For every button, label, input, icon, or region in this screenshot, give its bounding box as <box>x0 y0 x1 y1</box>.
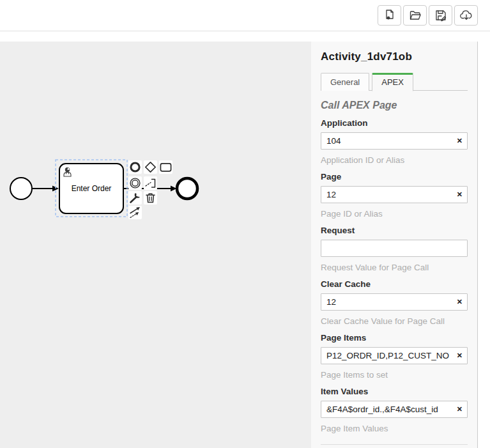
application-helper: Application ID or Alias <box>321 155 468 165</box>
page-input[interactable] <box>321 186 468 203</box>
top-toolbar-bar <box>0 0 490 31</box>
request-label: Request <box>321 226 468 235</box>
clear-icon[interactable]: ✕ <box>457 405 463 413</box>
field-page: Page ✕ Page ID or Alias <box>321 172 468 219</box>
end-event[interactable] <box>177 178 197 199</box>
request-input[interactable] <box>321 240 468 257</box>
context-pad <box>128 160 172 219</box>
panel-title: Activity_1dv71ob <box>321 42 468 63</box>
section-title: Call APEX Page <box>321 100 468 111</box>
new-diagram-button[interactable] <box>378 5 401 26</box>
field-clear-cache: Clear Cache ✕ Clear Cache Value for Page… <box>321 279 468 326</box>
clear-icon[interactable]: ✕ <box>457 351 463 360</box>
context-pad-connect-icon[interactable] <box>128 206 142 219</box>
context-pad-append-end-event-icon[interactable] <box>128 160 142 174</box>
save-edit-icon <box>434 8 448 22</box>
page-helper: Page ID or Alias <box>321 209 468 219</box>
field-request: Request Request Value for Page Call <box>321 226 468 272</box>
save-diagram-button[interactable] <box>429 5 452 26</box>
user-task[interactable]: Enter Order <box>59 164 123 213</box>
start-event[interactable] <box>10 178 32 199</box>
bpmn-canvas[interactable]: Enter Order <box>0 42 311 448</box>
page-items-label: Page Items <box>321 333 468 343</box>
tab-apex[interactable]: APEX <box>372 73 413 91</box>
page-label: Page <box>321 172 468 182</box>
clear-icon[interactable]: ✕ <box>457 297 463 306</box>
context-pad-append-intermediate-event-icon[interactable] <box>128 176 142 190</box>
panel-tabs: General APEX <box>321 73 468 91</box>
page-items-helper: Page Items to set <box>321 370 468 380</box>
tab-general[interactable]: General <box>321 73 369 91</box>
panel-divider <box>321 444 468 445</box>
application-label: Application <box>321 118 468 128</box>
folder-open-icon <box>408 8 422 22</box>
item-values-label: Item Values <box>321 387 468 396</box>
task-label: Enter Order <box>72 184 112 193</box>
cloud-download-icon <box>459 8 473 22</box>
context-pad-append-task-icon[interactable] <box>159 160 172 174</box>
download-diagram-button[interactable] <box>454 5 478 26</box>
clear-cache-label: Clear Cache <box>321 279 468 289</box>
field-page-items: Page Items ✕ Page Items to set <box>321 333 468 380</box>
item-values-helper: Page Item Values <box>321 424 468 433</box>
file-plus-icon <box>383 8 397 22</box>
field-item-values: Item Values ✕ Page Item Values <box>321 387 468 433</box>
field-application: Application ✕ Application ID or Alias <box>321 118 468 165</box>
item-values-input[interactable] <box>321 401 468 418</box>
context-pad-append-gateway-icon[interactable] <box>144 160 157 174</box>
clear-cache-helper: Clear Cache Value for Page Call <box>321 316 468 326</box>
page-items-input[interactable] <box>321 347 468 364</box>
properties-panel: Activity_1dv71ob General APEX Call APEX … <box>311 42 477 448</box>
clear-icon[interactable]: ✕ <box>457 190 463 199</box>
clear-icon[interactable]: ✕ <box>457 136 463 145</box>
diagram-toolbar <box>378 5 478 26</box>
context-pad-wrench-icon[interactable] <box>128 191 142 205</box>
request-helper: Request Value for Page Call <box>321 263 468 272</box>
context-pad-trash-icon[interactable] <box>144 191 157 205</box>
sequence-flow-1[interactable] <box>32 186 59 192</box>
clear-cache-input[interactable] <box>321 293 468 311</box>
context-pad-append-text-annotation-icon[interactable] <box>144 176 157 190</box>
application-input[interactable] <box>321 132 468 150</box>
right-gutter <box>477 42 490 448</box>
open-diagram-button[interactable] <box>403 5 427 26</box>
